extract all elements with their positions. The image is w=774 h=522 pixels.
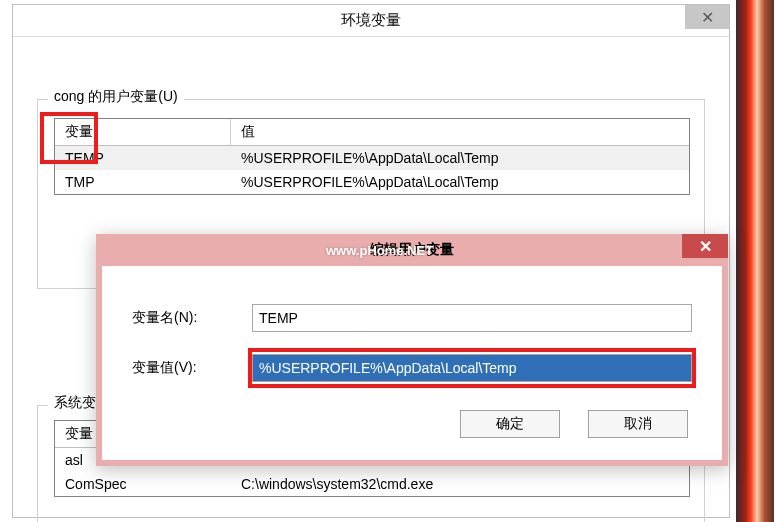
cell-value: %USERPROFILE%\AppData\Local\Temp [231, 170, 689, 194]
close-icon: ✕ [699, 237, 712, 256]
close-icon: ✕ [701, 8, 714, 27]
name-label: 变量名(N): [132, 309, 252, 327]
value-row: 变量值(V): [132, 354, 692, 382]
cell-value: %USERPROFILE%\AppData\Local\Temp [231, 146, 689, 170]
table-row[interactable]: TMP %USERPROFILE%\AppData\Local\Temp [55, 170, 689, 194]
user-variables-table[interactable]: 变量 值 TEMP %USERPROFILE%\AppData\Local\Te… [54, 118, 690, 195]
ok-button[interactable]: 确定 [460, 410, 560, 438]
dialog-button-row: 确定 取消 [102, 410, 688, 438]
cell-name: TEMP [55, 146, 231, 170]
cell-name: ComSpec [55, 472, 231, 496]
dialog-titlebar: www.pHome.NET 编辑用户变量 ✕ [96, 234, 728, 266]
close-button[interactable]: ✕ [685, 5, 729, 29]
variable-name-input[interactable] [252, 304, 692, 332]
titlebar: 环境变量 ✕ [13, 5, 729, 37]
user-group-label: cong 的用户变量(U) [48, 88, 184, 106]
value-label: 变量值(V): [132, 359, 252, 377]
table-row[interactable]: ComSpec C:\windows\system32\cmd.exe [55, 472, 689, 496]
edit-variable-dialog: www.pHome.NET 编辑用户变量 ✕ 变量名(N): 变量值(V): 确… [96, 234, 728, 466]
dialog-close-button[interactable]: ✕ [682, 234, 728, 258]
cancel-button[interactable]: 取消 [588, 410, 688, 438]
table-header: 变量 值 [55, 119, 689, 146]
name-row: 变量名(N): [132, 304, 692, 332]
cell-value: C:\windows\system32\cmd.exe [231, 472, 689, 496]
col-value: 值 [231, 119, 689, 145]
window-title: 环境变量 [341, 11, 401, 30]
watermark-text: www.pHome.NET [326, 243, 433, 258]
background-gradient [736, 0, 774, 522]
variable-value-input[interactable] [252, 354, 692, 382]
col-name: 变量 [55, 119, 231, 145]
table-row[interactable]: TEMP %USERPROFILE%\AppData\Local\Temp [55, 146, 689, 170]
cell-name: TMP [55, 170, 231, 194]
